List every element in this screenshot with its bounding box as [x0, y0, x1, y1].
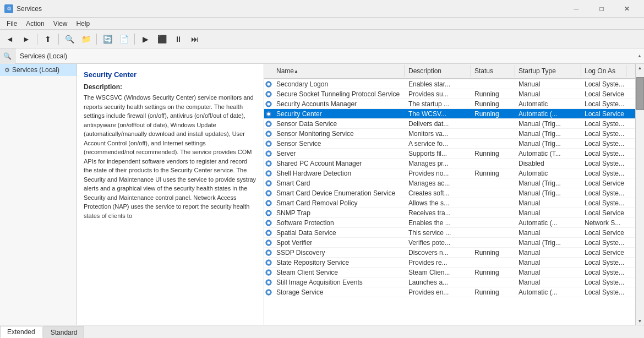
table-row[interactable]: Shared PC Account ManagerManages pr...Di… [264, 159, 635, 168]
right-scrollbar[interactable]: ▲ ▼ [635, 64, 644, 325]
service-row-icon [264, 288, 273, 296]
menu-view[interactable]: View [49, 19, 72, 29]
service-desc: Receives tra... [405, 209, 471, 217]
table-row[interactable]: Secure Socket Tunneling Protocol Service… [264, 89, 635, 99]
service-status: Running [471, 110, 515, 118]
expand-icon[interactable]: ▲ [635, 53, 644, 58]
tab-standard[interactable]: Standard [43, 326, 85, 338]
service-startup: Automatic (... [515, 219, 581, 227]
scroll-down-arrow[interactable]: ▼ [636, 317, 644, 325]
service-row-icon [264, 259, 273, 266]
service-desc: Allows the s... [405, 199, 471, 208]
table-row[interactable]: Smart CardManages ac...Manual (Trig...Lo… [264, 178, 635, 188]
minimize-button[interactable]: ─ [564, 0, 589, 18]
col-header-name[interactable]: Name [273, 65, 405, 77]
close-button[interactable]: ✕ [614, 0, 640, 18]
search-button[interactable]: 🔍 [62, 32, 77, 46]
service-startup: Automatic (... [515, 110, 581, 118]
table-row[interactable]: Steam Client ServiceSteam Clien...Runnin… [264, 268, 635, 277]
service-desc: Discovers n... [405, 248, 471, 257]
back-button[interactable]: ◄ [2, 32, 18, 46]
svg-point-35 [267, 251, 270, 254]
service-startup: Automatic (T... [515, 149, 581, 158]
service-name: Steam Client Service [273, 268, 405, 277]
table-row[interactable]: Sensor Data ServiceDelivers dat...Manual… [264, 119, 635, 129]
toolbar-separator-2 [58, 34, 59, 45]
folders-button[interactable]: 📁 [78, 32, 94, 46]
menu-file[interactable]: File [2, 19, 21, 29]
app-icon: ⚙ [4, 4, 13, 13]
table-row[interactable]: State Repository ServiceProvides re...Ma… [264, 258, 635, 268]
table-row[interactable]: Software ProtectionEnables the ...Automa… [264, 218, 635, 228]
service-row-icon [264, 140, 273, 148]
menu-action[interactable]: Action [21, 19, 48, 29]
restart-button[interactable]: ⏭ [187, 32, 203, 46]
service-logon: Local Syste... [581, 139, 635, 148]
table-row[interactable]: Security Accounts ManagerThe startup ...… [264, 99, 635, 109]
service-startup: Manual (Trig... [515, 189, 581, 198]
service-row-icon [264, 160, 273, 167]
table-row[interactable]: Secondary LogonEnables star...ManualLoca… [264, 79, 635, 89]
up-button[interactable]: ⬆ [40, 32, 56, 46]
left-panel: Security Center Description: The WSCSVC … [77, 64, 264, 325]
table-row[interactable]: Smart Card Removal PolicyAllows the s...… [264, 198, 635, 208]
service-name: Server [273, 149, 405, 158]
table-row[interactable]: ServerSupports fil...RunningAutomatic (T… [264, 149, 635, 159]
table-row[interactable]: Sensor Monitoring ServiceMonitors va...M… [264, 129, 635, 139]
service-desc: Supports fil... [405, 149, 471, 158]
service-row-icon [264, 170, 273, 177]
table-row[interactable]: Spot VerifierVerifies pote...Manual (Tri… [264, 238, 635, 248]
svg-point-23 [267, 192, 270, 194]
refresh-button[interactable]: 🔄 [100, 32, 115, 46]
table-row[interactable]: Sensor ServiceA service fo...Manual (Tri… [264, 139, 635, 149]
table-row[interactable]: Smart Card Device Enumeration ServiceCre… [264, 188, 635, 198]
pause-button[interactable]: ⏸ [171, 32, 186, 46]
service-row-icon [264, 130, 273, 138]
table-row[interactable]: Still Image Acquisition EventsLaunches a… [264, 277, 635, 287]
col-header-description[interactable]: Description [405, 65, 471, 77]
table-row[interactable]: Storage ServiceProvides en...RunningAuto… [264, 287, 635, 297]
table-row[interactable]: Security CenterThe WCSV...RunningAutomat… [264, 109, 635, 119]
svg-point-21 [267, 182, 270, 184]
start-button[interactable]: ▶ [138, 32, 153, 46]
service-status: Running [471, 100, 515, 108]
col-header-status[interactable]: Status [471, 65, 515, 77]
nav-services-local[interactable]: ⚙ Services (Local) [0, 64, 77, 76]
service-status [471, 163, 515, 164]
table-row[interactable]: SNMP TrapReceives tra...ManualLocal Serv… [264, 208, 635, 218]
service-startup: Manual (Trig... [515, 179, 581, 188]
svg-point-7 [267, 112, 270, 115]
service-startup: Manual [515, 278, 581, 287]
service-name: Software Protection [273, 219, 405, 227]
table-row[interactable]: Shell Hardware DetectionProvides no...Ru… [264, 168, 635, 178]
service-status [471, 262, 515, 263]
scroll-thumb[interactable] [636, 77, 644, 110]
address-text: Services (Local) [15, 52, 72, 60]
service-startup: Automatic (... [515, 288, 581, 297]
service-startup: Manual [515, 248, 581, 257]
service-logon: Local Syste... [581, 278, 635, 287]
export-button[interactable]: 📄 [116, 32, 132, 46]
col-header-logon[interactable]: Log On As [581, 65, 626, 77]
service-status [471, 242, 515, 243]
tab-extended[interactable]: Extended [0, 326, 42, 338]
services-icon: ⚙ [4, 67, 10, 74]
scroll-up-arrow[interactable]: ▲ [636, 64, 644, 72]
maximize-button[interactable]: □ [589, 0, 614, 18]
address-icon: 🔍 [0, 48, 15, 64]
col-header-startup[interactable]: Startup Type [515, 65, 581, 77]
service-row-icon [264, 229, 273, 237]
nav-item-label: Services (Local) [12, 66, 59, 74]
table-row[interactable]: Spatial Data ServiceThis service ...Manu… [264, 228, 635, 238]
service-row-icon [264, 189, 273, 197]
service-name: SSDP Discovery [273, 248, 405, 257]
service-name: Secondary Logon [273, 80, 405, 89]
menu-help[interactable]: Help [72, 19, 95, 29]
service-status: Running [471, 248, 515, 257]
forward-button[interactable]: ► [19, 32, 34, 46]
stop-button[interactable]: ⬛ [154, 32, 170, 46]
service-status [471, 203, 515, 204]
service-desc: Provides re... [405, 258, 471, 267]
table-row[interactable]: SSDP DiscoveryDiscovers n...RunningManua… [264, 248, 635, 258]
service-startup: Manual [515, 199, 581, 208]
